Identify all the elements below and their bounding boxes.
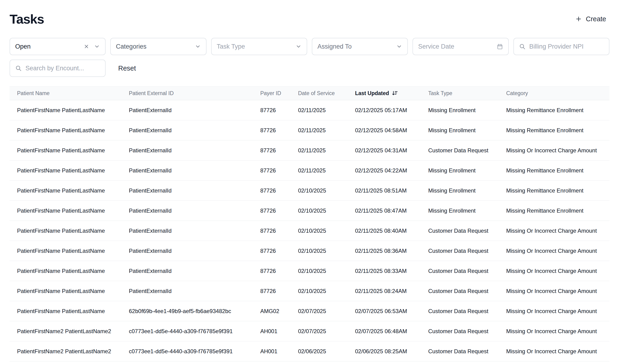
cell-category: Missing Remittance Enrollment xyxy=(504,181,609,201)
cell-patient-name: PatientFirstName PatientLastName xyxy=(10,221,127,241)
table-row[interactable]: PatientFirstName PatientLastName Patient… xyxy=(10,140,609,160)
assigned-to-filter[interactable]: Assigned To xyxy=(312,38,408,55)
assigned-to-filter-label: Assigned To xyxy=(317,43,393,50)
table-row[interactable]: PatientFirstName PatientLastName Patient… xyxy=(10,120,609,140)
cell-date-of-service: 02/07/2025 xyxy=(296,301,353,321)
cell-payer-id: 87726 xyxy=(258,181,296,201)
table-row[interactable]: PatientFirstName PatientLastName Patient… xyxy=(10,181,609,201)
column-header-patient-name[interactable]: Patient Name xyxy=(10,86,127,100)
cell-category: Missing Or Incorrect Charge Amount xyxy=(504,261,609,281)
calendar-icon xyxy=(497,43,503,50)
cell-date-of-service: 02/10/2025 xyxy=(296,201,353,221)
table-row[interactable]: PatientFirstName PatientLastName Patient… xyxy=(10,261,609,281)
encounter-search-filter[interactable] xyxy=(10,60,106,77)
cell-patient-name: PatientFirstName PatientLastName xyxy=(10,120,127,140)
billing-npi-input[interactable] xyxy=(529,43,604,50)
tasks-page: Tasks Create Open Categories Task Type A… xyxy=(0,0,619,362)
table-row[interactable]: PatientFirstName PatientLastName Patient… xyxy=(10,281,609,301)
service-date-filter[interactable] xyxy=(412,38,508,55)
cell-category: Missing Remittance Enrollment xyxy=(504,100,609,120)
cell-last-updated: 02/12/2025 04:31AM xyxy=(353,140,426,160)
categories-filter[interactable]: Categories xyxy=(110,38,206,55)
table-body: PatientFirstName PatientLastName Patient… xyxy=(10,100,609,362)
task-type-filter[interactable]: Task Type xyxy=(211,38,307,55)
table-row[interactable]: PatientFirstName PatientLastName Patient… xyxy=(10,201,609,221)
cell-patient-external-id: PatientExternalId xyxy=(127,241,258,261)
create-button-label: Create xyxy=(586,15,606,23)
table-row[interactable]: PatientFirstName PatientLastName Patient… xyxy=(10,100,609,120)
cell-date-of-service: 02/11/2025 xyxy=(296,100,353,120)
cell-payer-id: 87726 xyxy=(258,140,296,160)
column-header-task-type[interactable]: Task Type xyxy=(426,86,504,100)
cell-last-updated: 02/06/2025 08:25AM xyxy=(353,341,426,362)
cell-last-updated: 02/11/2025 08:47AM xyxy=(353,201,426,221)
cell-patient-external-id: PatientExternalId xyxy=(127,281,258,301)
cell-payer-id: 87726 xyxy=(258,281,296,301)
cell-patient-name: PatientFirstName PatientLastName xyxy=(10,160,127,181)
column-header-category[interactable]: Category xyxy=(504,86,609,100)
cell-date-of-service: 02/10/2025 xyxy=(296,221,353,241)
cell-patient-external-id: PatientExternalId xyxy=(127,100,258,120)
cell-task-type: Missing Enrollment xyxy=(426,181,504,201)
cell-category: Missing Or Incorrect Charge Amount xyxy=(504,341,609,362)
cell-patient-name: PatientFirstName PatientLastName xyxy=(10,301,127,321)
column-header-date-of-service[interactable]: Date of Service xyxy=(296,86,353,100)
encounter-search-input[interactable] xyxy=(26,65,100,72)
cell-patient-external-id: PatientExternalId xyxy=(127,120,258,140)
status-filter[interactable]: Open xyxy=(10,38,106,55)
cell-patient-name: PatientFirstName PatientLastName xyxy=(10,100,127,120)
chevron-down-icon xyxy=(295,43,302,50)
cell-patient-name: PatientFirstName PatientLastName xyxy=(10,281,127,301)
table-row[interactable]: PatientFirstName PatientLastName 62b0f69… xyxy=(10,301,609,321)
status-filter-value: Open xyxy=(15,43,84,50)
cell-last-updated: 02/07/2025 06:53AM xyxy=(353,301,426,321)
cell-task-type: Customer Data Request xyxy=(426,140,504,160)
search-icon xyxy=(519,43,526,50)
table-row[interactable]: PatientFirstName2 PatientLastName2 c0773… xyxy=(10,321,609,341)
cell-category: Missing Remittance Enrollment xyxy=(504,120,609,140)
cell-category: Missing Or Incorrect Charge Amount xyxy=(504,241,609,261)
cell-task-type: Customer Data Request xyxy=(426,261,504,281)
cell-patient-external-id: PatientExternalId xyxy=(127,221,258,241)
page-title: Tasks xyxy=(10,12,44,27)
cell-category: Missing Remittance Enrollment xyxy=(504,160,609,181)
table-header: Patient Name Patient External ID Payer I… xyxy=(10,86,609,100)
create-button[interactable]: Create xyxy=(572,13,609,25)
column-header-patient-external-id[interactable]: Patient External ID xyxy=(127,86,258,100)
cell-date-of-service: 02/07/2025 xyxy=(296,321,353,341)
billing-npi-filter[interactable] xyxy=(513,38,609,55)
sort-descending-icon xyxy=(392,90,398,97)
cell-payer-id: 87726 xyxy=(258,241,296,261)
cell-date-of-service: 02/11/2025 xyxy=(296,120,353,140)
chevron-down-icon xyxy=(396,43,402,50)
cell-last-updated: 02/12/2025 04:58AM xyxy=(353,120,426,140)
cell-payer-id: 87726 xyxy=(258,120,296,140)
cell-task-type: Customer Data Request xyxy=(426,301,504,321)
topbar: Tasks Create xyxy=(10,8,609,29)
column-header-last-updated[interactable]: Last Updated xyxy=(353,86,426,100)
cell-payer-id: AMG02 xyxy=(258,301,296,321)
cell-patient-external-id: PatientExternalId xyxy=(127,181,258,201)
reset-button[interactable]: Reset xyxy=(116,65,138,72)
cell-patient-external-id: c0773ee1-dd5e-4440-a309-f76785e9f391 xyxy=(127,321,258,341)
cell-task-type: Missing Enrollment xyxy=(426,160,504,181)
cell-patient-external-id: PatientExternalId xyxy=(127,160,258,181)
table-row[interactable]: PatientFirstName PatientLastName Patient… xyxy=(10,160,609,181)
column-header-payer-id[interactable]: Payer ID xyxy=(258,86,296,100)
table-row[interactable]: PatientFirstName2 PatientLastName2 c0773… xyxy=(10,341,609,362)
filters-row-2: Reset xyxy=(10,60,609,77)
filters-row-1: Open Categories Task Type Assigned To xyxy=(10,38,609,55)
cell-category: Missing Remittance Enrollment xyxy=(504,201,609,221)
cell-category: Missing Or Incorrect Charge Amount xyxy=(504,301,609,321)
cell-patient-external-id: c0773ee1-dd5e-4440-a309-f76785e9f391 xyxy=(127,341,258,362)
clear-status-icon[interactable] xyxy=(84,44,89,49)
cell-patient-name: PatientFirstName PatientLastName xyxy=(10,181,127,201)
table-row[interactable]: PatientFirstName PatientLastName Patient… xyxy=(10,221,609,241)
service-date-input[interactable] xyxy=(418,43,496,50)
tasks-table: Patient Name Patient External ID Payer I… xyxy=(10,86,609,362)
cell-date-of-service: 02/10/2025 xyxy=(296,241,353,261)
cell-patient-external-id: PatientExternalId xyxy=(127,201,258,221)
table-row[interactable]: PatientFirstName PatientLastName Patient… xyxy=(10,241,609,261)
cell-patient-name: PatientFirstName2 PatientLastName2 xyxy=(10,341,127,362)
cell-category: Missing Or Incorrect Charge Amount xyxy=(504,321,609,341)
